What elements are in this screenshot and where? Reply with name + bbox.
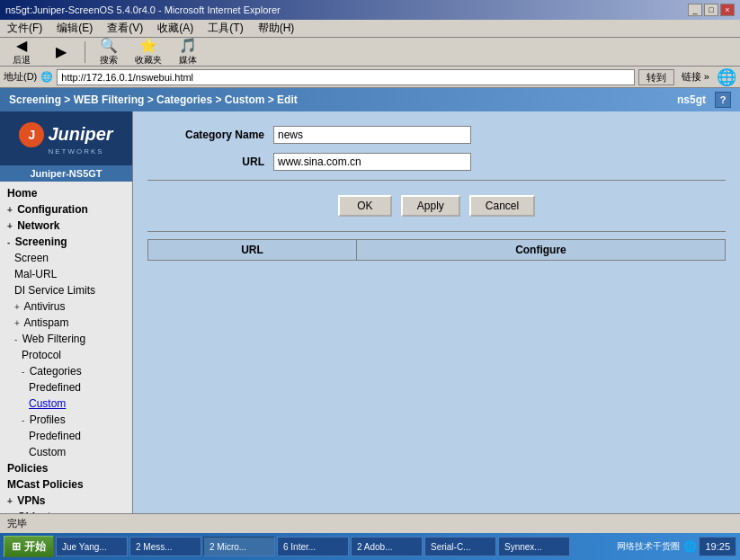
sidebar: J Juniper NETWORKS Juniper-NS5GT Home + … [0,111,133,515]
taskbar-item-4[interactable]: 2 Adob... [351,537,423,556]
sidebar-item-network[interactable]: + Network [0,218,132,234]
search-label: 搜索 [100,54,118,67]
sidebar-item-categories[interactable]: - Categories [0,363,132,379]
taskbar-item-1[interactable]: 2 Mess... [129,537,201,556]
cancel-button[interactable]: Cancel [469,195,535,217]
category-name-row: Category Name [147,126,726,144]
ie-logo: 🌐 [717,67,736,87]
network-icon: 🌐 [683,540,697,553]
taskbar: ⊞ 开始 Jue Yang... 2 Mess... 2 Micro... 6 … [0,533,740,560]
forward-button[interactable]: ▶ [43,40,79,63]
sidebar-item-web-filtering[interactable]: - Web Filtering [0,331,132,347]
ok-button[interactable]: OK [338,195,392,217]
sidebar-item-mcast[interactable]: MCast Policies [0,476,132,493]
back-icon: ◀ [16,37,27,54]
taskbar-tray: 网络技术干货圈 🌐 [617,540,697,553]
close-button[interactable]: × [720,4,735,16]
menu-help[interactable]: 帮助(H) [254,20,299,37]
sidebar-item-screen[interactable]: Screen [0,250,132,266]
search-button[interactable]: 🔍 搜索 [91,34,127,69]
category-name-input[interactable] [273,126,471,144]
table-header-url: URL [148,240,357,261]
sidebar-item-profiles-custom[interactable]: Custom [0,444,132,460]
status-text: 完毕 [7,517,27,530]
taskbar-item-0[interactable]: Jue Yang... [56,537,128,556]
taskbar-item-2[interactable]: 2 Micro... [203,537,275,556]
sidebar-nav: Home + Configuration + Network - Screeni… [0,182,132,515]
url-label: URL [147,156,264,168]
media-button[interactable]: 🎵 媒体 [170,34,206,69]
table-header-configure: Configure [356,240,725,261]
url-table: URL Configure [147,239,726,261]
toolbar-sep1 [85,41,85,63]
sidebar-item-di-service[interactable]: DI Service Limits [0,282,132,298]
expand-icon-categories: - [22,367,24,377]
sidebar-item-custom-categories[interactable]: Custom [0,396,132,412]
back-button[interactable]: ◀ 后退 [4,34,40,69]
toolbar: ◀ 后退 ▶ 🔍 搜索 ⭐ 收藏夹 🎵 媒体 [0,38,740,67]
taskbar-item-3[interactable]: 6 Inter... [277,537,349,556]
expand-icon-webfiltering: - [14,334,17,344]
sidebar-item-predefined[interactable]: Predefined [0,379,132,396]
logo-wrapper: J Juniper NETWORKS [19,122,112,156]
sidebar-item-profiles[interactable]: - Profiles [0,412,132,428]
media-icon: 🎵 [179,37,197,54]
sidebar-device-label: Juniper-NS5GT [0,165,132,182]
expand-icon-network: + [7,221,13,231]
apply-button[interactable]: Apply [401,195,460,217]
url-input[interactable] [273,153,471,171]
expand-icon-config: + [7,205,13,215]
sidebar-logo: J Juniper NETWORKS [0,111,132,165]
sidebar-item-screening[interactable]: - Screening [0,234,132,250]
start-label: 开始 [24,539,46,555]
sidebar-item-antispam[interactable]: + Antispam [0,315,132,331]
ie-icon: 🌐 [40,71,53,83]
form-divider [147,180,726,181]
page-header: Screening > WEB Filtering > Categories >… [0,88,740,111]
sidebar-item-vpns[interactable]: + VPNs [0,493,132,509]
sidebar-item-policies[interactable]: Policies [0,460,132,476]
status-bar: 完毕 [0,513,740,533]
logo-emblem: J [19,122,44,147]
taskbar-clock: 19:25 [699,537,736,556]
expand-icon-vpns: + [7,496,13,506]
expand-icon-antispam: + [14,318,20,328]
favorites-label: 收藏夹 [135,54,162,67]
address-input[interactable] [57,69,635,85]
back-label: 后退 [13,54,31,67]
form-section: Category Name URL OK Apply Cancel URL [147,126,726,261]
menu-tools[interactable]: 工具(T) [204,20,246,37]
star-icon: ⭐ [139,37,157,54]
taskbar-item-5[interactable]: Serial-C... [424,537,496,556]
url-row: URL [147,153,726,171]
sidebar-item-configuration[interactable]: + Configuration [0,201,132,218]
header-right: ns5gt ? [677,92,731,108]
media-label: 媒体 [179,54,197,67]
favorites-button[interactable]: ⭐ 收藏夹 [130,34,166,69]
taskbar-items: Jue Yang... 2 Mess... 2 Micro... 6 Inter… [56,537,615,556]
main-layout: J Juniper NETWORKS Juniper-NS5GT Home + … [0,111,740,515]
sidebar-item-protocol[interactable]: Protocol [0,347,132,363]
links-label: 链接 » [682,70,709,84]
sidebar-item-mal-url[interactable]: Mal-URL [0,266,132,282]
taskbar-item-6[interactable]: Synnex... [498,537,570,556]
help-button[interactable]: ? [715,92,731,108]
search-icon: 🔍 [100,37,118,54]
sidebar-item-home[interactable]: Home [0,185,132,201]
expand-icon-profiles: - [22,415,24,425]
sidebar-item-profiles-predefined[interactable]: Predefined [0,428,132,444]
maximize-button[interactable]: □ [704,4,718,16]
start-button[interactable]: ⊞ 开始 [4,536,54,557]
windows-logo-icon: ⊞ [12,540,21,553]
logo-networks: NETWORKS [19,147,103,156]
address-label: 地址(D) [4,70,37,84]
window-title: ns5gt:Juniper-ScreenOS 5.4.0r4.0 - Micro… [5,4,281,15]
expand-icon-screening: - [7,237,10,247]
logo-juniper: Juniper [48,124,112,145]
address-bar: 地址(D) 🌐 转到 链接 » 🌐 [0,67,740,88]
title-bar: ns5gt:Juniper-ScreenOS 5.4.0r4.0 - Micro… [0,0,740,20]
tray-text: 网络技术干货圈 [617,540,680,553]
go-button[interactable]: 转到 [638,69,674,85]
sidebar-item-antivirus[interactable]: + Antivirus [0,298,132,315]
minimize-button[interactable]: _ [688,4,702,16]
